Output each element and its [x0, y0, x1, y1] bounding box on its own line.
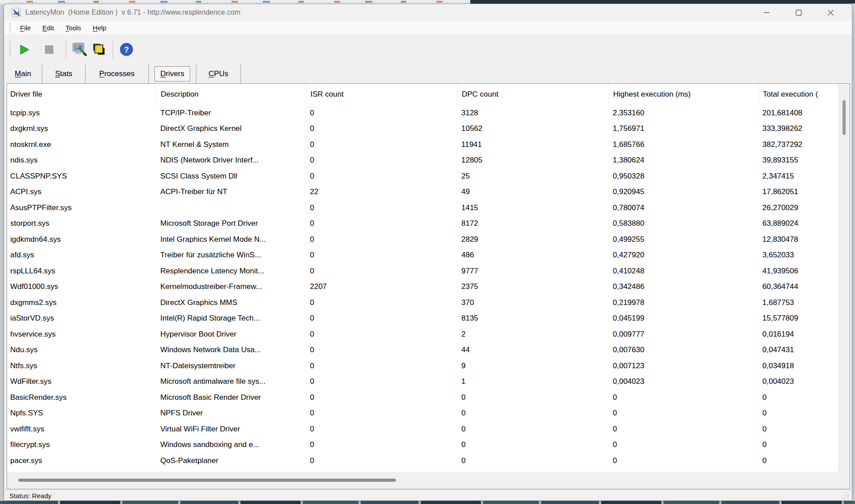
tab-stats[interactable]: Stats [42, 65, 86, 83]
taskbar-sliver [0, 501, 855, 504]
cell-highest: 0,045199 [609, 311, 758, 327]
table-row[interactable]: ACPI.sysACPI-Treiber für NT22490,9209451… [7, 184, 838, 200]
table-row[interactable]: WdFilter.sysMicrosoft antimalware file s… [7, 374, 838, 390]
cell-highest: 0,427920 [609, 248, 758, 264]
cell-highest: 0,007123 [609, 358, 758, 374]
background-content-fragments [27, 1, 454, 3]
table-row[interactable]: igdkmdn64.sysIntel Graphics Kernel Mode … [7, 232, 838, 248]
menu-file[interactable]: File [14, 23, 37, 33]
cell-highest: 1,380624 [609, 153, 758, 169]
table-row[interactable]: dxgkrnl.sysDirectX Graphics Kernel010562… [7, 121, 838, 137]
cell-total: 41,939506 [758, 263, 838, 279]
cell-desc: NDIS (Network Driver Interf... [155, 153, 306, 169]
cell-dpc: 44 [457, 342, 609, 358]
cell-total: 12,830478 [758, 232, 838, 248]
header-isr-count[interactable]: ISR count [306, 84, 457, 105]
cell-file: Wdf01000.sys [7, 279, 155, 295]
menu-tools[interactable]: Tools [60, 23, 87, 33]
cell-dpc: 8172 [457, 216, 609, 232]
tab-main[interactable]: Main [4, 65, 42, 83]
cell-isr: 0 [306, 406, 457, 422]
cell-desc: ACPI-Treiber für NT [155, 184, 306, 200]
maximize-button[interactable] [782, 4, 814, 21]
cell-file: Ndu.sys [7, 342, 155, 358]
menubar-gripper [9, 23, 11, 33]
cell-desc: Virtual WiFi Filter Driver [155, 421, 306, 437]
horizontal-scrollbar[interactable] [7, 472, 850, 489]
cell-file: afd.sys [7, 248, 155, 264]
table-row[interactable]: Npfs.SYSNPFS Driver0000 [7, 406, 838, 422]
cell-dpc: 370 [457, 295, 609, 311]
tab-cpus[interactable]: CPUs [196, 65, 241, 83]
vertical-scrollbar[interactable] [838, 84, 850, 472]
table-row[interactable]: iaStorVD.sysIntel(R) Rapid Storage Tech.… [7, 311, 838, 327]
cell-file: CLASSPNP.SYS [7, 168, 155, 184]
cell-desc: DirectX Graphics Kernel [155, 121, 306, 137]
header-highest-execution[interactable]: Highest execution (ms) [609, 84, 758, 105]
table-row[interactable]: rspLLL64.sysResplendence Latency Monit..… [7, 263, 838, 279]
table-row[interactable]: ndis.sysNDIS (Network Driver Interf...01… [7, 153, 838, 169]
processes-window-button[interactable] [90, 40, 109, 59]
menu-help[interactable]: Help [87, 23, 112, 33]
table-row[interactable]: hvservice.sysHypervisor Boot Driver020,0… [7, 326, 838, 342]
cell-isr: 0 [306, 248, 457, 264]
close-button[interactable] [814, 4, 847, 21]
header-driver-file[interactable]: Driver file [7, 84, 155, 105]
cell-file: ndis.sys [7, 153, 155, 169]
header-total-execution[interactable]: Total execution ( [758, 84, 850, 105]
table-row[interactable]: Wdf01000.sysKernelmodustreiber-Framew...… [7, 279, 838, 295]
resize-grip[interactable] [842, 492, 849, 500]
stop-monitor-button[interactable] [39, 40, 59, 59]
cell-isr: 0 [306, 200, 457, 216]
background-window-sliver [0, 0, 855, 4]
vertical-scrollbar-thumb[interactable] [843, 100, 846, 135]
horizontal-scrollbar-thumb[interactable] [18, 479, 396, 482]
tab-drivers[interactable]: Drivers [149, 65, 196, 83]
toolbar: ? [4, 34, 852, 65]
cell-total: 17,862051 [758, 184, 838, 200]
cell-highest: 0,410248 [609, 263, 758, 279]
layers-icon [92, 42, 106, 57]
table-row[interactable]: filecrypt.sysWindows sandboxing and e...… [7, 437, 838, 453]
table-row[interactable]: vwififlt.sysVirtual WiFi Filter Driver00… [7, 421, 838, 437]
minimize-button[interactable] [750, 4, 782, 21]
cell-highest: 1,756971 [609, 121, 758, 137]
cell-isr: 0 [306, 105, 457, 121]
start-monitor-button[interactable] [14, 40, 34, 59]
tab-processes[interactable]: Processes [86, 65, 149, 83]
help-button[interactable]: ? [117, 40, 136, 59]
table-row[interactable]: tcpip.sysTCP/IP-Treiber031282,353160201,… [7, 105, 838, 121]
help-icon: ? [119, 42, 134, 57]
cell-file: BasicRender.sys [7, 390, 155, 406]
cell-isr: 0 [306, 358, 457, 374]
table-row[interactable]: Ndu.sysWindows Network Data Usa...0440,0… [7, 342, 838, 358]
analyze-button[interactable] [70, 40, 90, 59]
cell-total: 0,016194 [758, 326, 838, 342]
cell-total: 0 [758, 437, 838, 453]
table-row[interactable]: pacer.sysQoS-Paketplaner0000 [7, 453, 838, 469]
cell-isr: 0 [306, 295, 457, 311]
cell-highest: 0,342486 [609, 279, 758, 295]
cell-desc: Intel Graphics Kernel Mode N... [155, 232, 306, 248]
cell-file: iaStorVD.sys [7, 311, 155, 327]
cell-desc [155, 200, 306, 216]
cell-isr: 0 [306, 153, 457, 169]
cell-file: hvservice.sys [7, 326, 155, 342]
cell-isr: 0 [306, 453, 457, 469]
table-row[interactable]: dxgmms2.sysDirectX Graphics MMS03700,219… [7, 295, 838, 311]
table-row[interactable]: storport.sysMicrosoft Storage Port Drive… [7, 216, 838, 232]
table-row[interactable]: CLASSPNP.SYSSCSI Class System Dll0250,95… [7, 168, 838, 184]
header-description[interactable]: Description [155, 84, 306, 105]
cell-file: filecrypt.sys [7, 437, 155, 453]
cell-dpc: 2829 [457, 232, 609, 248]
status-text: Status: Ready [9, 492, 51, 500]
table-row[interactable]: BasicRender.sysMicrosoft Basic Render Dr… [7, 390, 838, 406]
table-row[interactable]: ntoskrnl.exeNT Kernel & System0119411,68… [7, 137, 838, 153]
cell-total: 0 [758, 421, 838, 437]
menu-edit[interactable]: Edit [37, 23, 60, 33]
table-row[interactable]: AsusPTPFilter.sys014150,78007426,270029 [7, 200, 838, 216]
cell-dpc: 2 [457, 326, 609, 342]
table-row[interactable]: Ntfs.sysNT-Dateisystemtreiber090,0071230… [7, 358, 838, 374]
table-row[interactable]: afd.sysTreiber für zusätzliche WinS...04… [7, 248, 838, 264]
header-dpc-count[interactable]: DPC count [457, 84, 609, 105]
